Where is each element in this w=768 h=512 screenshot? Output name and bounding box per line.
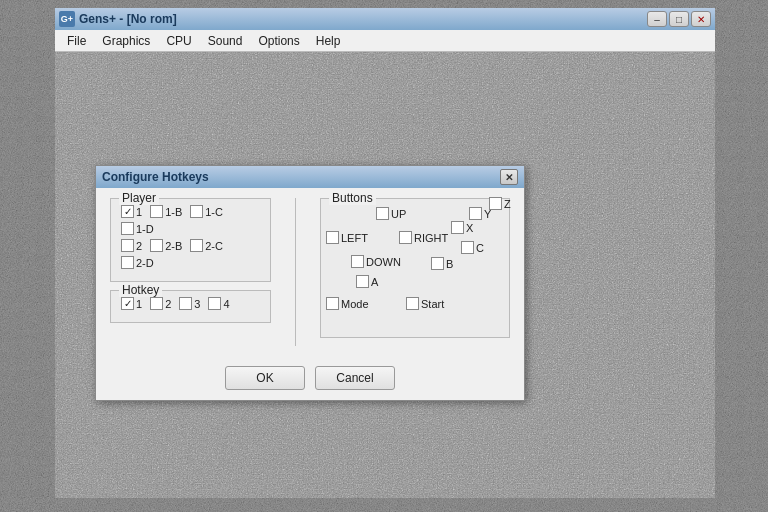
hotkey-2-checkbox[interactable] [150, 297, 163, 310]
btn-x-group: X [451, 221, 473, 234]
buttons-section: Buttons UP LEFT [320, 198, 510, 338]
player-2c-label: 2-C [205, 240, 223, 252]
hotkey-row-1: 1 2 3 4 [121, 297, 260, 310]
player-2-checkbox[interactable] [121, 239, 134, 252]
btn-right-label: RIGHT [414, 232, 448, 244]
btn-a-checkbox[interactable] [356, 275, 369, 288]
player-1d-group: 1-D [121, 222, 154, 235]
menu-graphics[interactable]: Graphics [94, 32, 158, 50]
btn-y-group: Y [469, 207, 491, 220]
btn-b-group: B [431, 257, 453, 270]
title-bar: G+ Gens+ - [No rom] – □ ✕ [55, 8, 715, 30]
player-1b-group: 1-B [150, 205, 182, 218]
window-controls: – □ ✕ [647, 11, 711, 27]
player-2-group: 2 [121, 239, 142, 252]
player-section-label: Player [119, 191, 159, 205]
section-divider [295, 198, 296, 346]
player-1b-checkbox[interactable] [150, 205, 163, 218]
player-1d-label: 1-D [136, 223, 154, 235]
hotkey-section-label: Hotkey [119, 283, 162, 297]
hotkey-3-checkbox[interactable] [179, 297, 192, 310]
hotkey-4-checkbox[interactable] [208, 297, 221, 310]
player-2d-checkbox[interactable] [121, 256, 134, 269]
btn-start-group: Start [406, 297, 444, 310]
btn-mode-checkbox[interactable] [326, 297, 339, 310]
menu-cpu[interactable]: CPU [158, 32, 199, 50]
player-2c-checkbox[interactable] [190, 239, 203, 252]
maximize-button[interactable]: □ [669, 11, 689, 27]
btn-b-label: B [446, 258, 453, 270]
hotkey-3-label: 3 [194, 298, 200, 310]
hotkey-4-label: 4 [223, 298, 229, 310]
player-2c-group: 2-C [190, 239, 223, 252]
player-1-label: 1 [136, 206, 142, 218]
btn-z-label: Z [504, 198, 511, 210]
dialog-title-bar: Configure Hotkeys ✕ [96, 166, 524, 188]
player-2b-group: 2-B [150, 239, 182, 252]
hotkey-2-label: 2 [165, 298, 171, 310]
btn-z-checkbox[interactable] [489, 197, 502, 210]
ok-button[interactable]: OK [225, 366, 305, 390]
menu-help[interactable]: Help [308, 32, 349, 50]
app-icon: G+ [59, 11, 75, 27]
player-1d-checkbox[interactable] [121, 222, 134, 235]
btn-left-group: LEFT [326, 231, 368, 244]
hotkey-3-group: 3 [179, 297, 200, 310]
btn-a-group: A [356, 275, 378, 288]
btn-right-group: RIGHT [399, 231, 448, 244]
btn-b-checkbox[interactable] [431, 257, 444, 270]
left-panel: Player 1 1-B [110, 198, 271, 346]
player-2d-label: 2-D [136, 257, 154, 269]
player-2b-checkbox[interactable] [150, 239, 163, 252]
player-2-label: 2 [136, 240, 142, 252]
close-button[interactable]: ✕ [691, 11, 711, 27]
player-row-2: 2 2-B 2-C 2 [121, 239, 260, 269]
btn-z-group: Z [489, 197, 511, 210]
configure-hotkeys-dialog: Configure Hotkeys ✕ Player 1 [95, 165, 525, 401]
dialog-footer: OK Cancel [96, 358, 524, 400]
btn-up-label: UP [391, 208, 406, 220]
btn-left-label: LEFT [341, 232, 368, 244]
btn-c-label: C [476, 242, 484, 254]
btn-down-checkbox[interactable] [351, 255, 364, 268]
dialog-close-button[interactable]: ✕ [500, 169, 518, 185]
dialog-main-row: Player 1 1-B [110, 198, 510, 346]
player-2b-label: 2-B [165, 240, 182, 252]
btn-right-checkbox[interactable] [399, 231, 412, 244]
btn-down-label: DOWN [366, 256, 401, 268]
hotkey-1-label: 1 [136, 298, 142, 310]
player-1c-group: 1-C [190, 205, 223, 218]
player-1b-label: 1-B [165, 206, 182, 218]
btn-up-group: UP [376, 207, 406, 220]
hotkey-2-group: 2 [150, 297, 171, 310]
btn-start-label: Start [421, 298, 444, 310]
cancel-button[interactable]: Cancel [315, 366, 395, 390]
btn-x-checkbox[interactable] [451, 221, 464, 234]
player-1c-label: 1-C [205, 206, 223, 218]
dialog-title: Configure Hotkeys [102, 170, 209, 184]
hotkey-1-checkbox[interactable] [121, 297, 134, 310]
player-1-checkbox[interactable] [121, 205, 134, 218]
menu-options[interactable]: Options [250, 32, 307, 50]
btn-y-checkbox[interactable] [469, 207, 482, 220]
btn-c-checkbox[interactable] [461, 241, 474, 254]
minimize-button[interactable]: – [647, 11, 667, 27]
menu-bar: File Graphics CPU Sound Options Help [55, 30, 715, 52]
btn-mode-group: Mode [326, 297, 369, 310]
btn-c-group: C [461, 241, 484, 254]
player-1c-checkbox[interactable] [190, 205, 203, 218]
window-title: Gens+ - [No rom] [79, 12, 177, 26]
btn-mode-label: Mode [341, 298, 369, 310]
buttons-section-label: Buttons [329, 191, 376, 205]
menu-sound[interactable]: Sound [200, 32, 251, 50]
btn-x-label: X [466, 222, 473, 234]
btn-left-checkbox[interactable] [326, 231, 339, 244]
buttons-panel: Buttons UP LEFT [320, 198, 510, 346]
btn-a-label: A [371, 276, 378, 288]
btn-start-checkbox[interactable] [406, 297, 419, 310]
btn-down-group: DOWN [351, 255, 401, 268]
dialog-content: Player 1 1-B [96, 188, 524, 358]
menu-file[interactable]: File [59, 32, 94, 50]
btn-up-checkbox[interactable] [376, 207, 389, 220]
player-section: Player 1 1-B [110, 198, 271, 282]
